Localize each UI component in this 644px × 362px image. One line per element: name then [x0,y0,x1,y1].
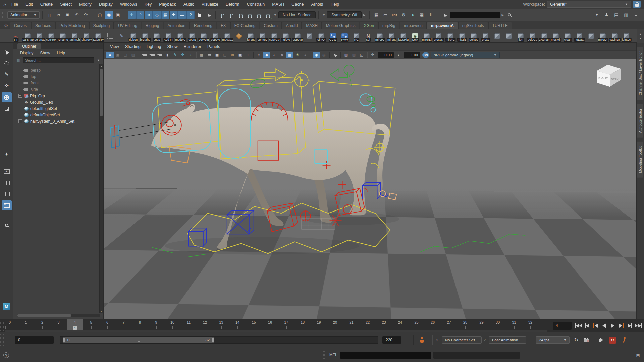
viewport-menu-renderer[interactable]: Renderer [181,44,204,49]
menu-deform[interactable]: Deform [222,1,243,7]
layout-four-pane-button[interactable] [2,178,12,188]
shelf-item-jointor[interactable]: jointOr [315,30,327,42]
camera-select-icon[interactable]: A [106,52,114,58]
resolution-gate-icon[interactable]: ▭ [206,52,213,58]
timeline-frame-17[interactable]: 17 [284,320,288,324]
viewport-scene[interactable]: RIGHT RIGHT [104,59,636,319]
shelf-item-rigidw[interactable]: rigidW [280,30,292,42]
menu-set-dropdown[interactable]: Animation ▼ [7,11,40,19]
chevron-down-icon[interactable]: ▽ [484,338,486,341]
animation-preferences-icon[interactable] [620,336,628,344]
shelf-item-animch[interactable]: animCh [69,30,80,42]
timeline-frame-32[interactable]: 32 [528,320,532,324]
chevron-right-icon[interactable]: ▶ [362,13,367,17]
viewport-menu-lighting[interactable]: Lighting [144,44,164,49]
command-input[interactable] [340,352,431,359]
shelf-tab-custom[interactable]: Custom [260,22,281,29]
outliner-item-defaultlightset[interactable]: defaultLightSet [13,105,103,112]
zoom-region-icon[interactable]: ◲ [358,52,365,58]
timeline-frame-18[interactable]: 18 [301,320,305,324]
play-backwards-button[interactable] [600,321,608,330]
outliner-menu-show[interactable]: Show [37,51,53,55]
scroll-up-icon[interactable]: ▲ [639,33,642,36]
shelf-item-lion[interactable]: lion [515,30,527,42]
step-back-frame-button[interactable] [583,321,591,330]
character-set-dropdown[interactable]: No Character Set [442,336,482,344]
outliner-item-persp[interactable]: persp [13,67,103,73]
shelf-item-labelty[interactable]: LabelTy [92,30,104,42]
outliner-item-rig-grp[interactable]: +Rig_Grp [13,93,103,99]
timeline-frame-27[interactable]: 27 [447,320,451,324]
zoom-tool[interactable] [2,220,12,230]
select-context-icon[interactable] [331,52,339,58]
bookmark-list-icon[interactable]: ▤ [129,52,137,58]
select-component-icon[interactable]: ▣ [114,11,122,19]
shelf-item-diamond[interactable] [233,30,245,42]
scrollbar-thumb[interactable] [100,69,103,116]
shelf-item-pa-snap[interactable]: pa-snap [22,30,34,42]
shelf-tab-fx-caching[interactable]: FX Caching [230,22,260,29]
redo-icon[interactable]: ↷ [82,11,90,19]
shelf-item-mictls[interactable]: miCtlS [456,30,468,42]
select-rendering-icon[interactable]: ▬ [178,11,186,19]
snap-grid-icon[interactable] [218,11,227,19]
outliner-search-input[interactable]: Search... [23,57,94,63]
lock-selection-icon[interactable] [195,11,204,19]
select-misc-icon[interactable]: ? [186,11,195,19]
timeline-frame-14[interactable]: 14 [235,320,239,324]
save-scene-icon[interactable]: ▣ [63,11,72,19]
motion-blur-icon[interactable]: ◎ [320,52,328,58]
timeline-frame-24[interactable]: 24 [398,320,402,324]
shelf-item-ft[interactable]: FT [10,30,22,42]
shelf-item-pvw[interactable]: PVW [339,30,351,42]
timeline-frame-31[interactable]: 31 [512,320,516,324]
outliner-tab[interactable]: Outliner [17,43,41,49]
go-to-start-button[interactable] [574,321,583,330]
shelf-item-ng[interactable]: NG [351,30,362,42]
shelf-item-ribbon[interactable]: ribbon [127,30,139,42]
expand-icon[interactable]: + [18,94,22,98]
render-view-icon[interactable]: ▦ [372,11,381,19]
scale-tool[interactable] [2,104,12,114]
shelf-item-copycv[interactable]: copyCV [268,30,280,42]
go-to-end-button[interactable] [634,321,643,330]
shelf-item-po-snap[interactable]: po-snap [34,30,45,42]
sound-icon[interactable] [598,336,606,344]
shelf-item-clean[interactable]: clean [562,30,574,42]
highlight-selection-icon[interactable] [204,11,213,19]
colorspace-dropdown[interactable]: sRGB gamma (legacy) ▼ [431,52,500,58]
shelf-tab-turtle[interactable]: TURTLE [488,22,512,29]
add-character-icon[interactable] [418,336,426,344]
home-icon[interactable]: ⌂ [3,2,6,7]
render-settings-icon[interactable]: ⚙ [399,11,408,19]
previous-view-icon[interactable] [141,52,148,58]
gamma-badge-icon[interactable]: GN [422,52,429,58]
timeline-frame-11[interactable]: 11 [187,320,191,324]
gate-mask-icon[interactable]: ▣ [213,52,221,58]
menu-edit[interactable]: Edit [22,1,37,7]
shelf-item-add-inf[interactable]: Add Inf [163,30,174,42]
shelf-tab-fx[interactable]: FX [217,22,230,29]
ao-icon[interactable]: ◉ [313,52,320,58]
timeline-frame-12[interactable]: 12 [203,320,207,324]
workspace-dropdown[interactable]: General* ▼ [547,1,631,8]
step-forward-frame-button[interactable] [626,321,634,330]
shelf-item-zrenam[interactable]: zRenam [538,30,550,42]
timeline-frame-25[interactable]: 25 [414,320,418,324]
bookmark-icon[interactable]: ▮ [164,52,171,58]
rotate-tool[interactable] [2,92,12,102]
scroll-down-icon[interactable]: ▼ [100,310,103,312]
shelf-tab-mash[interactable]: MASH [302,22,322,29]
shelf-tab-xgen[interactable]: XGen [360,22,378,29]
shelf-item-musmir[interactable]: musMir [550,30,562,42]
shelf-tab-curves[interactable]: Curves [10,22,31,29]
safe-title-icon[interactable]: ▣ [236,52,244,58]
menu-mash[interactable]: MASH [268,1,288,7]
select-handles-icon[interactable]: ✛ [128,11,136,19]
range-drag-grip[interactable] [136,339,141,342]
shelf-item-lra[interactable]: ◉LRA [409,30,421,42]
select-object-icon[interactable]: ◉ [105,11,113,19]
symmetry-field[interactable]: Symmetry: Off [327,11,361,18]
chevron-down-icon[interactable]: ▽ [436,338,438,341]
pause-icon[interactable]: ‖ [427,11,435,19]
